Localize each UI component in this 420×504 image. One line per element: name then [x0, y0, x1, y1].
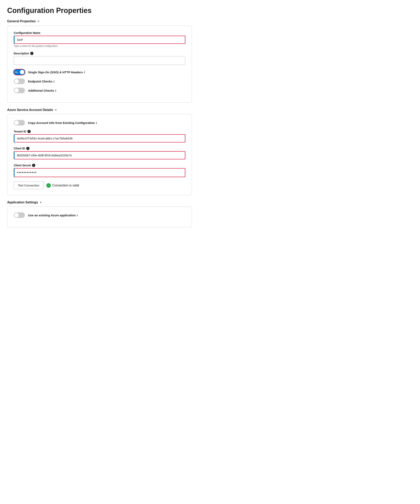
test-connection-button[interactable]: Test Connection: [14, 181, 44, 189]
general-properties-header[interactable]: General Properties ▼: [7, 19, 192, 23]
copy-account-slider: [14, 120, 25, 126]
endpoint-checks-label: Endpoint Checks i: [28, 80, 54, 83]
use-existing-azure-slider: [14, 212, 25, 218]
application-settings-chevron: ▼: [40, 201, 42, 204]
tenant-id-label: Tenant ID i: [14, 130, 185, 133]
config-name-input[interactable]: [14, 36, 185, 44]
general-properties-chevron: ▼: [37, 20, 40, 23]
sso-label: Single Sign-On (SSO) & HTTP Headers i: [28, 71, 85, 74]
client-id-label: Client ID i: [14, 147, 185, 150]
additional-checks-toggle[interactable]: [14, 88, 25, 93]
sso-toggle-row: On Single Sign-On (SSO) & HTTP Headers i: [14, 69, 185, 75]
description-info-icon[interactable]: i: [30, 52, 33, 55]
tenant-id-input[interactable]: [14, 134, 185, 142]
application-settings-card: Use an existing Azure application i: [7, 207, 192, 227]
config-name-group: Configuration Name Type a name for this …: [14, 31, 185, 48]
description-input[interactable]: [14, 56, 185, 65]
client-secret-group: Client Secret i: [14, 164, 185, 177]
sso-info-icon[interactable]: i: [84, 71, 85, 74]
use-existing-azure-info-icon[interactable]: i: [77, 214, 78, 217]
application-settings-section: Application Settings ▼ Use an existing A…: [7, 201, 192, 227]
use-existing-azure-toggle[interactable]: [14, 212, 25, 218]
application-settings-header[interactable]: Application Settings ▼: [7, 201, 192, 204]
sso-toggle-slider: On: [14, 69, 25, 75]
general-properties-section: General Properties ▼ Configuration Name …: [7, 19, 192, 102]
copy-account-info-icon[interactable]: i: [96, 121, 97, 125]
description-label: Description i: [14, 52, 185, 55]
endpoint-checks-toggle[interactable]: [14, 78, 25, 84]
additional-checks-info-icon[interactable]: i: [55, 89, 56, 92]
sso-toggle[interactable]: On: [14, 69, 25, 75]
tenant-id-group: Tenant ID i: [14, 130, 185, 142]
test-connection-row: Test Connection ✓ Connection is valid: [14, 181, 185, 189]
additional-checks-label: Additional Checks i: [28, 89, 56, 92]
endpoint-checks-info-icon[interactable]: i: [54, 80, 54, 83]
connection-valid-text: Connection is valid: [52, 184, 79, 187]
sso-toggle-on-text: On: [15, 71, 18, 73]
general-properties-card: Configuration Name Type a name for this …: [7, 25, 192, 102]
config-name-hint: Type a name for this guided configuratio…: [14, 45, 185, 48]
client-id-group: Client ID i: [14, 147, 185, 159]
description-group: Description i: [14, 52, 185, 65]
config-name-label: Configuration Name: [14, 31, 185, 35]
azure-section-chevron: ▼: [55, 108, 57, 111]
client-secret-info-icon[interactable]: i: [32, 164, 35, 167]
client-secret-label: Client Secret i: [14, 164, 185, 167]
azure-service-account-section: Azure Service Account Details ▼ Copy Acc…: [7, 108, 192, 195]
azure-section-card: Copy Account Info from Existing Configur…: [7, 114, 192, 195]
connection-valid-indicator: ✓ Connection is valid: [46, 183, 79, 188]
general-properties-label: General Properties: [7, 19, 36, 23]
use-existing-azure-toggle-row: Use an existing Azure application i: [14, 212, 185, 218]
client-id-input[interactable]: [14, 151, 185, 159]
copy-account-toggle-row: Copy Account Info from Existing Configur…: [14, 120, 185, 126]
azure-section-label: Azure Service Account Details: [7, 108, 53, 112]
copy-account-label: Copy Account Info from Existing Configur…: [28, 121, 97, 125]
azure-section-header[interactable]: Azure Service Account Details ▼: [7, 108, 192, 112]
additional-checks-slider: [14, 88, 25, 93]
client-secret-input[interactable]: [14, 168, 185, 177]
use-existing-azure-label: Use an existing Azure application i: [28, 214, 78, 217]
page-title: Configuration Properties: [7, 6, 192, 15]
endpoint-checks-slider: [14, 78, 25, 84]
application-settings-label: Application Settings: [7, 201, 38, 204]
tenant-id-info-icon[interactable]: i: [28, 130, 31, 133]
check-icon: ✓: [46, 183, 51, 188]
endpoint-checks-toggle-row: Endpoint Checks i: [14, 78, 185, 84]
copy-account-toggle[interactable]: [14, 120, 25, 126]
client-id-info-icon[interactable]: i: [26, 147, 30, 150]
additional-checks-toggle-row: Additional Checks i: [14, 88, 185, 93]
